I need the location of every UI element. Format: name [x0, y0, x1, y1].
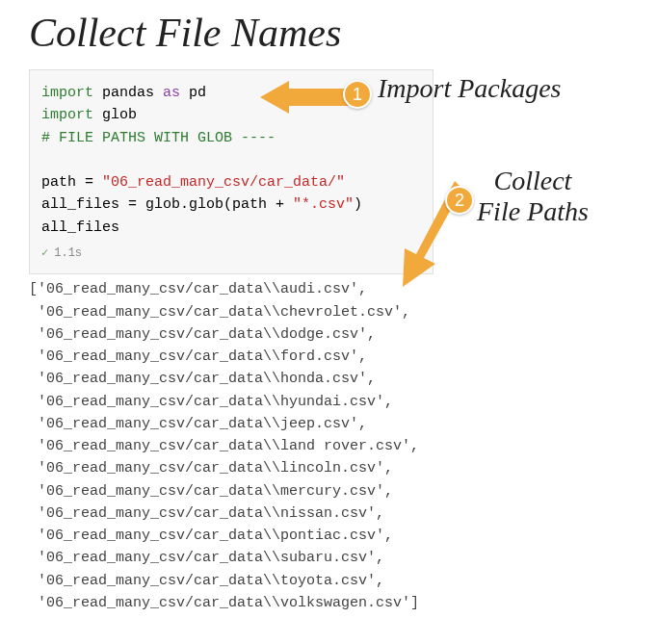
output-line: '06_read_many_csv/car_data\\honda.csv',: [29, 368, 462, 390]
arrow-icon: [260, 79, 356, 116]
output-line: '06_read_many_csv/car_data\\lincoln.csv'…: [29, 457, 462, 479]
badge-2: 2: [445, 186, 474, 215]
code-string: "*.csv": [293, 196, 354, 213]
output-line: '06_read_many_csv/car_data\\chevrolet.cs…: [29, 301, 462, 323]
check-icon: ✓: [41, 245, 48, 263]
code-line: path = "06_read_many_csv/car_data/": [41, 171, 421, 193]
keyword-import: import: [41, 107, 93, 123]
output-line: '06_read_many_csv/car_data\\land rover.c…: [29, 435, 462, 457]
output-line: '06_read_many_csv/car_data\\volkswagen.c…: [29, 592, 462, 614]
svg-marker-0: [260, 81, 356, 114]
badge-1: 1: [343, 80, 372, 109]
output-line: '06_read_many_csv/car_data\\toyota.csv',: [29, 570, 462, 592]
output-line: '06_read_many_csv/car_data\\ford.csv',: [29, 346, 462, 368]
output-line: '06_read_many_csv/car_data\\subaru.csv',: [29, 547, 462, 569]
code-blank: [41, 149, 421, 171]
output-line: '06_read_many_csv/car_data\\mercury.csv'…: [29, 480, 462, 502]
keyword-import: import: [41, 85, 93, 101]
code-line: all_files = glob.glob(path + "*.csv"): [41, 193, 421, 216]
output-line: '06_read_many_csv/car_data\\dodge.csv',: [29, 323, 462, 346]
annotation-import: Import Packages: [378, 73, 562, 104]
output-line: '06_read_many_csv/car_data\\pontiac.csv'…: [29, 525, 462, 547]
code-line: all_files: [41, 217, 421, 239]
keyword-as: as: [163, 85, 180, 101]
output-block: ['06_read_many_csv/car_data\\audi.csv', …: [29, 278, 462, 614]
code-block: import pandas as pd import glob # FILE P…: [29, 69, 434, 274]
run-time: 1.1s: [54, 245, 82, 263]
slide: Collect File Names import pandas as pd i…: [29, 10, 628, 614]
output-line: '06_read_many_csv/car_data\\hyundai.csv'…: [29, 391, 462, 413]
slide-title: Collect File Names: [29, 10, 628, 56]
output-line: '06_read_many_csv/car_data\\jeep.csv',: [29, 413, 462, 435]
code-comment: # FILE PATHS WITH GLOB ----: [41, 127, 421, 149]
annotation-collect: Collect File Paths: [477, 166, 589, 227]
output-line: '06_read_many_csv/car_data\\nissan.csv',: [29, 502, 462, 525]
code-string: "06_read_many_csv/car_data/": [102, 174, 345, 191]
run-status: ✓ 1.1s: [41, 245, 421, 263]
code-line: import glob: [41, 104, 421, 126]
